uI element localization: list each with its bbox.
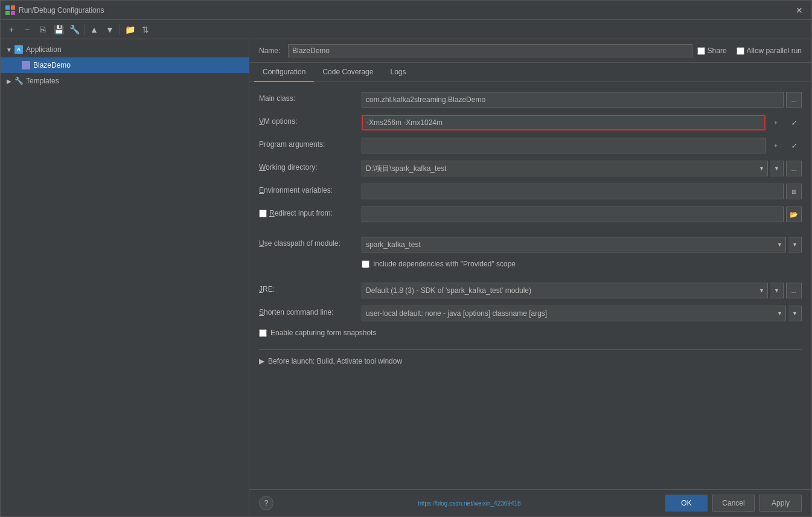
templates-icon: 🔧 (14, 76, 24, 86)
copy-button[interactable]: ⎘ (36, 22, 50, 37)
main-class-control: ... (362, 92, 802, 108)
share-checkbox-label[interactable]: Share (697, 47, 727, 55)
vm-options-input[interactable] (362, 115, 766, 130)
parallel-checkbox[interactable] (737, 47, 744, 55)
sidebar: ▼ A Application ▶ BlazeDemo ▶ 🔧 (1, 39, 249, 516)
working-directory-row: Working directory: ▼ ... (259, 161, 802, 176)
tab-code-coverage[interactable]: Code Coverage (314, 63, 382, 82)
env-variables-input[interactable] (362, 184, 784, 199)
classpath-row: Use classpath of module: spark_kafka_tes… (259, 237, 802, 252)
jre-control: Default (1.8 (3) - SDK of 'spark_kafka_t… (362, 283, 802, 298)
prog-args-fullscreen-btn[interactable]: ⤢ (786, 138, 802, 153)
classpath-select[interactable]: spark_kafka_test (362, 237, 786, 252)
sidebar-item-blazedemo[interactable]: ▶ BlazeDemo (1, 57, 249, 73)
shorten-cmd-select[interactable]: user-local default: none - java [options… (362, 306, 786, 321)
shorten-cmd-dropdown[interactable]: ▼ (788, 306, 802, 321)
main-class-browse-btn[interactable]: ... (786, 92, 802, 108)
enable-capturing-checkbox[interactable] (259, 329, 267, 337)
shorten-cmd-select-wrapper: user-local default: none - java [options… (362, 306, 786, 321)
vm-options-expand-btn[interactable]: + (768, 115, 784, 130)
redirect-input-field[interactable] (362, 207, 784, 222)
shorten-cmd-label: Shorten command line: (259, 306, 362, 316)
help-button[interactable]: ? (259, 496, 273, 510)
redirect-input-control: 📂 (362, 207, 802, 222)
working-directory-browse-btn[interactable]: ... (786, 161, 802, 176)
working-directory-select-wrapper (362, 161, 768, 176)
before-launch-arrow: ▶ (259, 357, 264, 365)
prog-args-expand-btn[interactable]: + (768, 138, 784, 153)
before-launch-label: Before launch: Build, Activate tool wind… (268, 357, 402, 365)
name-input[interactable] (288, 44, 692, 57)
main-class-label: Main class: (259, 92, 362, 103)
env-variables-row: Environment variables: ⊞ (259, 184, 802, 199)
ok-button[interactable]: OK (665, 495, 708, 512)
tabs: Configuration Code Coverage Logs (249, 63, 811, 82)
svg-rect-2 (5, 11, 10, 15)
main-class-row: Main class: ... (259, 92, 802, 108)
jre-browse-btn[interactable]: ... (786, 283, 802, 298)
classpath-label: Use classpath of module: (259, 237, 362, 248)
jre-dropdown-btn[interactable]: ▼ (770, 283, 784, 298)
add-button[interactable]: + (4, 22, 19, 37)
env-variables-label: Environment variables: (259, 184, 362, 194)
spacer-2 (259, 275, 802, 283)
remove-button[interactable]: − (20, 22, 34, 37)
main-class-input[interactable] (362, 92, 784, 108)
env-variables-edit-btn[interactable]: ⊞ (786, 184, 802, 199)
footer-link[interactable]: https://blog.csdn.net/weixin_42369418 (418, 500, 520, 507)
folder-button[interactable]: 📁 (123, 22, 137, 37)
classpath-dropdown-btn[interactable]: ▼ (788, 237, 802, 252)
parallel-checkbox-label[interactable]: Allow parallel run (737, 47, 802, 55)
classpath-control: spark_kafka_test ▼ (362, 237, 802, 252)
program-arguments-row: Program arguments: + ⤢ (259, 138, 802, 153)
tab-logs[interactable]: Logs (382, 63, 414, 82)
settings-button[interactable]: 🔧 (67, 22, 82, 37)
app-icon (5, 5, 15, 15)
save-button[interactable]: 💾 (51, 22, 66, 37)
sort-button[interactable]: ⇅ (138, 22, 153, 37)
jre-select-wrapper: Default (1.8 (3) - SDK of 'spark_kafka_t… (362, 283, 768, 298)
working-directory-dropdown[interactable]: ▼ (770, 161, 784, 176)
move-up-button[interactable]: ▲ (87, 22, 101, 37)
before-launch-header[interactable]: ▶ Before launch: Build, Activate tool wi… (259, 357, 802, 365)
include-dependencies-label[interactable]: Include dependencies with "Provided" sco… (373, 260, 516, 268)
title-bar: Run/Debug Configurations ✕ (1, 1, 811, 20)
svg-rect-3 (11, 11, 15, 15)
program-arguments-label: Program arguments: (259, 138, 362, 149)
sidebar-item-templates[interactable]: ▶ 🔧 Templates (1, 73, 249, 89)
program-arguments-control: + ⤢ (362, 138, 802, 153)
env-variables-control: ⊞ (362, 184, 802, 199)
sidebar-item-application[interactable]: ▼ A Application (1, 42, 249, 57)
jre-select[interactable]: Default (1.8 (3) - SDK of 'spark_kafka_t… (362, 283, 768, 298)
include-dependencies-checkbox[interactable] (362, 260, 369, 268)
working-directory-input[interactable] (362, 161, 768, 176)
cancel-button[interactable]: Cancel (712, 495, 755, 512)
blazedemo-config-icon (21, 60, 31, 70)
name-label: Name: (259, 47, 283, 55)
tab-content: Main class: ... VM options: + ⤢ (249, 82, 811, 489)
apply-button[interactable]: Apply (759, 495, 802, 512)
name-row: Name: Share Allow parallel run (249, 39, 811, 63)
redirect-browse-btn[interactable]: 📂 (786, 207, 802, 222)
share-area: Share Allow parallel run (697, 47, 802, 55)
share-checkbox[interactable] (697, 47, 705, 55)
title-bar-text: Run/Debug Configurations (19, 6, 792, 14)
shorten-cmd-control: user-local default: none - java [options… (362, 306, 802, 321)
main-content: ▼ A Application ▶ BlazeDemo ▶ 🔧 (1, 39, 811, 516)
run-debug-dialog: Run/Debug Configurations ✕ + − ⎘ 💾 🔧 ▲ ▼… (0, 0, 812, 517)
program-arguments-input[interactable] (362, 138, 766, 153)
move-down-button[interactable]: ▼ (103, 22, 117, 37)
expand-arrow-templates: ▶ (5, 77, 13, 85)
working-directory-label: Working directory: (259, 161, 362, 172)
enable-capturing-label[interactable]: Enable capturing form snapshots (270, 329, 376, 337)
vm-options-fullscreen-btn[interactable]: ⤢ (786, 115, 802, 130)
tab-configuration[interactable]: Configuration (254, 63, 314, 82)
close-button[interactable]: ✕ (792, 3, 807, 18)
right-panel: Name: Share Allow parallel run Configura… (249, 39, 811, 516)
toolbar: + − ⎘ 💾 🔧 ▲ ▼ 📁 ⇅ (1, 20, 811, 39)
templates-label: Templates (26, 77, 59, 85)
redirect-input-checkbox[interactable] (259, 210, 267, 217)
redirect-input-label: Redirect input from: (259, 207, 362, 217)
vm-options-label: VM options: (259, 115, 362, 126)
application-label: Application (26, 45, 62, 54)
